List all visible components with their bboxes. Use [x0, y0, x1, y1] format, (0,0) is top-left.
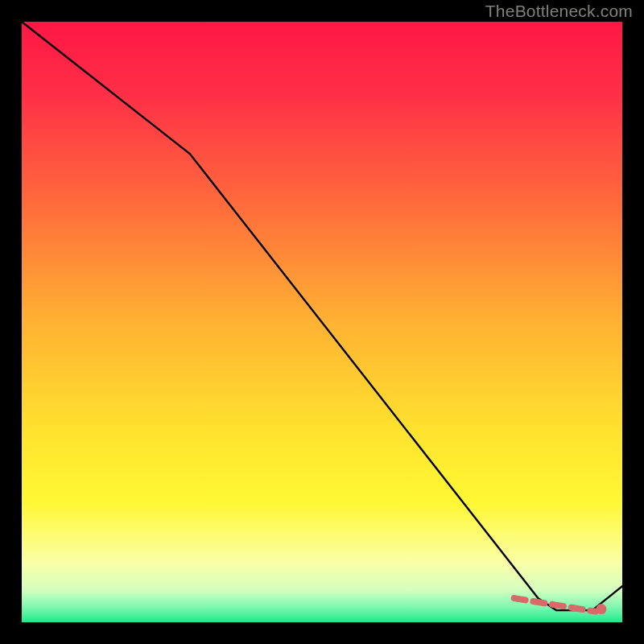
- chart-container: TheBottleneck.com: [0, 0, 644, 644]
- svg-point-1: [596, 604, 606, 614]
- bottleneck-chart: [0, 0, 644, 644]
